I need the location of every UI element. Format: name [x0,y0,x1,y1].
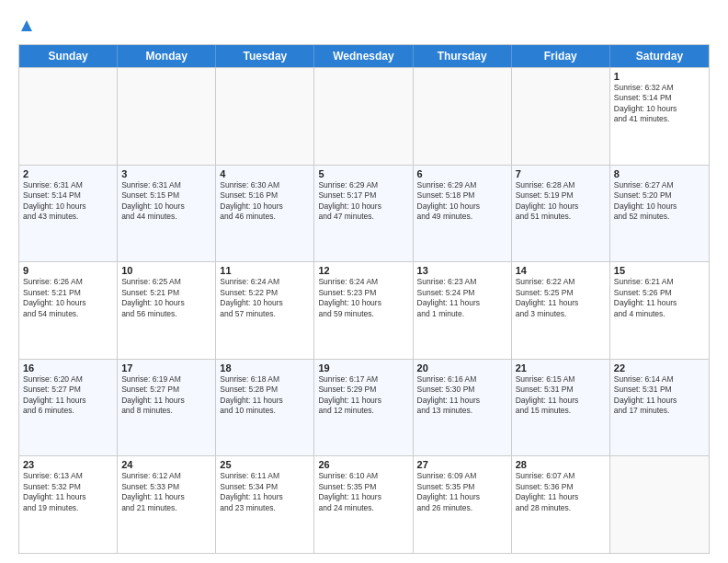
header-day-tuesday: Tuesday [216,45,314,67]
day-number: 1 [614,71,705,82]
cal-cell-0-3 [314,68,413,165]
day-number: 4 [220,168,310,179]
cal-cell-0-0 [19,68,118,165]
cal-cell-3-0: 16Sunrise: 6:20 AM Sunset: 5:27 PM Dayli… [19,360,118,456]
header-day-saturday: Saturday [610,45,709,67]
cal-cell-4-1: 24Sunrise: 6:12 AM Sunset: 5:33 PM Dayli… [118,456,216,553]
day-number: 7 [516,168,606,179]
day-info: Sunrise: 6:28 AM Sunset: 5:19 PM Dayligh… [516,180,606,223]
cal-cell-1-2: 4Sunrise: 6:30 AM Sunset: 5:16 PM Daylig… [216,166,314,262]
day-info: Sunrise: 6:16 AM Sunset: 5:30 PM Dayligh… [417,374,507,417]
cal-cell-0-5 [512,68,610,165]
day-info: Sunrise: 6:07 AM Sunset: 5:36 PM Dayligh… [516,471,606,513]
header-day-sunday: Sunday [19,45,118,67]
cal-cell-2-1: 10Sunrise: 6:25 AM Sunset: 5:21 PM Dayli… [118,262,216,359]
cal-cell-0-2 [216,68,314,165]
logo-icon [19,18,34,33]
cal-cell-4-5: 28Sunrise: 6:07 AM Sunset: 5:36 PM Dayli… [512,456,610,553]
cal-cell-0-1 [118,68,216,165]
day-number: 9 [23,265,113,276]
day-number: 3 [121,168,211,179]
cal-cell-3-6: 22Sunrise: 6:14 AM Sunset: 5:31 PM Dayli… [610,360,709,456]
day-info: Sunrise: 6:10 AM Sunset: 5:35 PM Dayligh… [318,471,408,513]
day-info: Sunrise: 6:19 AM Sunset: 5:27 PM Dayligh… [121,374,211,417]
cal-cell-2-5: 14Sunrise: 6:22 AM Sunset: 5:25 PM Dayli… [512,262,610,359]
day-number: 28 [516,459,606,470]
calendar-row-4: 23Sunrise: 6:13 AM Sunset: 5:32 PM Dayli… [19,455,709,553]
day-info: Sunrise: 6:24 AM Sunset: 5:23 PM Dayligh… [318,277,408,319]
day-info: Sunrise: 6:25 AM Sunset: 5:21 PM Dayligh… [121,277,211,319]
day-number: 17 [121,362,211,373]
cal-cell-4-6 [610,456,709,553]
header [18,15,710,37]
day-number: 5 [318,168,408,179]
cal-cell-1-5: 7Sunrise: 6:28 AM Sunset: 5:19 PM Daylig… [512,166,610,262]
day-info: Sunrise: 6:11 AM Sunset: 5:34 PM Dayligh… [220,471,310,513]
cal-cell-2-3: 12Sunrise: 6:24 AM Sunset: 5:23 PM Dayli… [314,262,413,359]
day-number: 12 [318,265,408,276]
day-info: Sunrise: 6:13 AM Sunset: 5:32 PM Dayligh… [23,471,113,513]
cal-cell-1-3: 5Sunrise: 6:29 AM Sunset: 5:17 PM Daylig… [314,166,413,262]
day-number: 6 [417,168,507,179]
day-number: 24 [121,459,211,470]
day-info: Sunrise: 6:09 AM Sunset: 5:35 PM Dayligh… [417,471,507,513]
day-info: Sunrise: 6:29 AM Sunset: 5:17 PM Dayligh… [318,180,408,223]
day-info: Sunrise: 6:14 AM Sunset: 5:31 PM Dayligh… [614,374,705,417]
calendar: SundayMondayTuesdayWednesdayThursdayFrid… [18,44,710,554]
day-number: 26 [318,459,408,470]
cal-cell-2-4: 13Sunrise: 6:23 AM Sunset: 5:24 PM Dayli… [414,262,512,359]
calendar-row-2: 9Sunrise: 6:26 AM Sunset: 5:21 PM Daylig… [19,261,709,359]
cal-cell-1-1: 3Sunrise: 6:31 AM Sunset: 5:15 PM Daylig… [118,166,216,262]
day-number: 19 [318,362,408,373]
day-info: Sunrise: 6:32 AM Sunset: 5:14 PM Dayligh… [614,83,705,125]
cal-cell-1-4: 6Sunrise: 6:29 AM Sunset: 5:18 PM Daylig… [414,166,512,262]
day-info: Sunrise: 6:31 AM Sunset: 5:14 PM Dayligh… [23,180,113,223]
cal-cell-2-0: 9Sunrise: 6:26 AM Sunset: 5:21 PM Daylig… [19,262,118,359]
day-info: Sunrise: 6:24 AM Sunset: 5:22 PM Dayligh… [220,277,310,319]
cal-cell-3-4: 20Sunrise: 6:16 AM Sunset: 5:30 PM Dayli… [414,360,512,456]
cal-cell-4-4: 27Sunrise: 6:09 AM Sunset: 5:35 PM Dayli… [414,456,512,553]
cal-cell-3-1: 17Sunrise: 6:19 AM Sunset: 5:27 PM Dayli… [118,360,216,456]
day-info: Sunrise: 6:30 AM Sunset: 5:16 PM Dayligh… [220,180,310,223]
cal-cell-1-0: 2Sunrise: 6:31 AM Sunset: 5:14 PM Daylig… [19,166,118,262]
calendar-row-0: 1Sunrise: 6:32 AM Sunset: 5:14 PM Daylig… [19,67,709,165]
calendar-body: 1Sunrise: 6:32 AM Sunset: 5:14 PM Daylig… [19,67,709,553]
cal-cell-3-3: 19Sunrise: 6:17 AM Sunset: 5:29 PM Dayli… [314,360,413,456]
day-number: 25 [220,459,310,470]
day-number: 10 [121,265,211,276]
day-number: 21 [516,362,606,373]
header-day-friday: Friday [512,45,610,67]
day-number: 18 [220,362,310,373]
cal-cell-4-3: 26Sunrise: 6:10 AM Sunset: 5:35 PM Dayli… [314,456,413,553]
page: SundayMondayTuesdayWednesdayThursdayFrid… [0,0,728,563]
day-info: Sunrise: 6:27 AM Sunset: 5:20 PM Dayligh… [614,180,705,223]
day-info: Sunrise: 6:23 AM Sunset: 5:24 PM Dayligh… [417,277,507,319]
day-number: 8 [614,168,705,179]
day-number: 14 [516,265,606,276]
day-number: 15 [614,265,705,276]
cal-cell-4-2: 25Sunrise: 6:11 AM Sunset: 5:34 PM Dayli… [216,456,314,553]
day-info: Sunrise: 6:12 AM Sunset: 5:33 PM Dayligh… [121,471,211,513]
cal-cell-0-6: 1Sunrise: 6:32 AM Sunset: 5:14 PM Daylig… [610,68,709,165]
day-info: Sunrise: 6:21 AM Sunset: 5:26 PM Dayligh… [614,277,705,319]
cal-cell-4-0: 23Sunrise: 6:13 AM Sunset: 5:32 PM Dayli… [19,456,118,553]
day-number: 22 [614,362,705,373]
cal-cell-1-6: 8Sunrise: 6:27 AM Sunset: 5:20 PM Daylig… [610,166,709,262]
day-info: Sunrise: 6:18 AM Sunset: 5:28 PM Dayligh… [220,374,310,417]
calendar-header: SundayMondayTuesdayWednesdayThursdayFrid… [19,45,709,67]
day-number: 13 [417,265,507,276]
cal-cell-2-2: 11Sunrise: 6:24 AM Sunset: 5:22 PM Dayli… [216,262,314,359]
svg-marker-0 [21,20,32,31]
day-info: Sunrise: 6:29 AM Sunset: 5:18 PM Dayligh… [417,180,507,223]
day-number: 23 [23,459,113,470]
day-info: Sunrise: 6:15 AM Sunset: 5:31 PM Dayligh… [516,374,606,417]
header-day-monday: Monday [118,45,216,67]
day-number: 20 [417,362,507,373]
day-info: Sunrise: 6:26 AM Sunset: 5:21 PM Dayligh… [23,277,113,319]
day-info: Sunrise: 6:31 AM Sunset: 5:15 PM Dayligh… [121,180,211,223]
calendar-row-1: 2Sunrise: 6:31 AM Sunset: 5:14 PM Daylig… [19,165,709,262]
cal-cell-3-5: 21Sunrise: 6:15 AM Sunset: 5:31 PM Dayli… [512,360,610,456]
calendar-row-3: 16Sunrise: 6:20 AM Sunset: 5:27 PM Dayli… [19,359,709,456]
day-info: Sunrise: 6:17 AM Sunset: 5:29 PM Dayligh… [318,374,408,417]
day-number: 16 [23,362,113,373]
